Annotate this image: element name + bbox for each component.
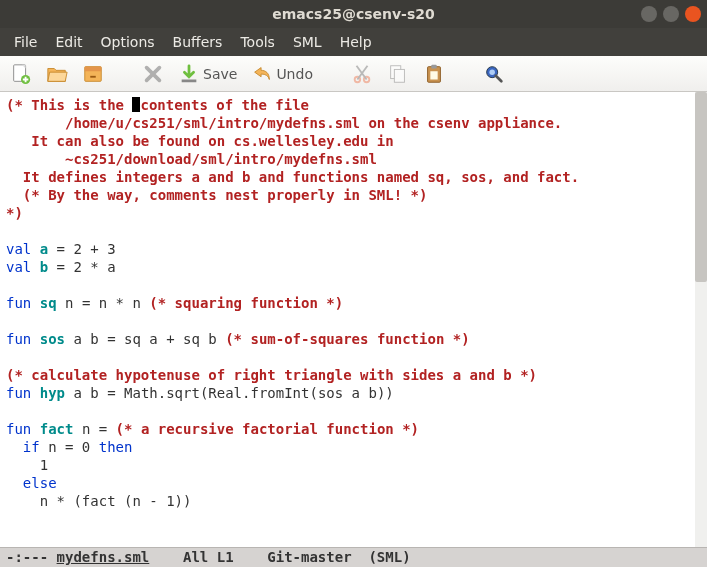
open-button[interactable] [46,63,68,85]
comment: (* sum-of-squares function *) [225,331,469,347]
toolbar: Save Undo [0,56,707,92]
copy-icon [387,63,409,85]
code-text: a b = Math.sqrt(Real.fromInt(sos a b)) [65,385,394,401]
ident-b: b [40,259,48,275]
comment: /home/u/cs251/sml/intro/mydefns.sml on t… [6,115,562,131]
svg-rect-12 [431,64,437,68]
save-button[interactable]: Save [178,63,237,85]
keyword-else: else [23,475,57,491]
svg-rect-6 [182,79,197,82]
comment: (* calculate hypotenuse of right triangl… [6,367,537,383]
save-icon [178,63,200,85]
keyword-val: val [6,259,31,275]
modeline-flags: -:--- [6,549,57,565]
undo-button[interactable]: Undo [251,63,313,85]
ident-hyp: hyp [40,385,65,401]
titlebar: emacs25@csenv-s20 [0,0,707,28]
undo-icon [251,63,273,85]
menu-tools[interactable]: Tools [232,31,283,53]
copy-button[interactable] [387,63,409,85]
window-title: emacs25@csenv-s20 [272,6,435,22]
keyword-fun: fun [6,421,31,437]
menu-file[interactable]: File [6,31,45,53]
svg-rect-4 [85,66,102,71]
search-button[interactable] [483,63,505,85]
ident-sq: sq [40,295,57,311]
new-file-icon [10,63,32,85]
modeline-filename: mydefns.sml [57,549,150,565]
svg-rect-5 [90,75,96,77]
code-text: = 2 + 3 [48,241,115,257]
cut-icon [351,63,373,85]
comment: *) [6,205,23,221]
close-icon [142,63,164,85]
keyword-then: then [99,439,133,455]
menu-buffers[interactable]: Buffers [165,31,231,53]
code-text: n = n * n [57,295,150,311]
ident-sos: sos [40,331,65,347]
menu-sml[interactable]: SML [285,31,330,53]
dired-button[interactable] [82,63,104,85]
paste-icon [423,63,445,85]
kill-buffer-button[interactable] [142,63,164,85]
paste-button[interactable] [423,63,445,85]
close-window-button[interactable] [685,6,701,22]
save-label: Save [203,66,237,82]
modeline: -:--- mydefns.sml All L1 Git-master (SML… [0,547,707,567]
window-buttons [641,6,701,22]
svg-point-15 [489,69,495,75]
modeline-status: All L1 Git-master (SML) [149,549,410,565]
menubar: File Edit Options Buffers Tools SML Help [0,28,707,56]
svg-rect-10 [394,69,404,82]
new-file-button[interactable] [10,63,32,85]
ident-fact: fact [40,421,74,437]
menu-options[interactable]: Options [93,31,163,53]
search-icon [483,63,505,85]
comment: (* By the way, comments nest properly in… [6,187,427,203]
menu-help[interactable]: Help [332,31,380,53]
scrollbar-thumb[interactable] [695,92,707,282]
minimize-button[interactable] [641,6,657,22]
comment: (* a recursive factorial function *) [116,421,419,437]
cut-button[interactable] [351,63,373,85]
scrollbar[interactable] [695,92,707,547]
drawer-icon [82,63,104,85]
code-text: = 2 * a [48,259,115,275]
code-text: n = [73,421,115,437]
keyword-fun: fun [6,385,31,401]
comment: (* squaring function *) [149,295,343,311]
code-text: 1 [6,457,48,473]
code-text: a b = sq a + sq b [65,331,225,347]
comment: ~cs251/download/sml/intro/mydefns.sml [6,151,377,167]
comment: (* This is the [6,97,124,113]
undo-label: Undo [276,66,313,82]
keyword-if: if [23,439,40,455]
keyword-val: val [6,241,31,257]
keyword-fun: fun [6,295,31,311]
comment: It defines integers a and b and function… [6,169,579,185]
folder-open-icon [46,63,68,85]
menu-edit[interactable]: Edit [47,31,90,53]
keyword-fun: fun [6,331,31,347]
svg-rect-13 [430,71,437,79]
comment: It can also be found on cs.wellesley.edu… [6,133,394,149]
code-text: n = 0 [40,439,99,455]
comment: contents of the file [140,97,309,113]
code-text: n * (fact (n - 1)) [6,493,191,509]
editor[interactable]: (* This is the contents of the file /hom… [0,92,707,547]
ident-a: a [40,241,48,257]
maximize-button[interactable] [663,6,679,22]
